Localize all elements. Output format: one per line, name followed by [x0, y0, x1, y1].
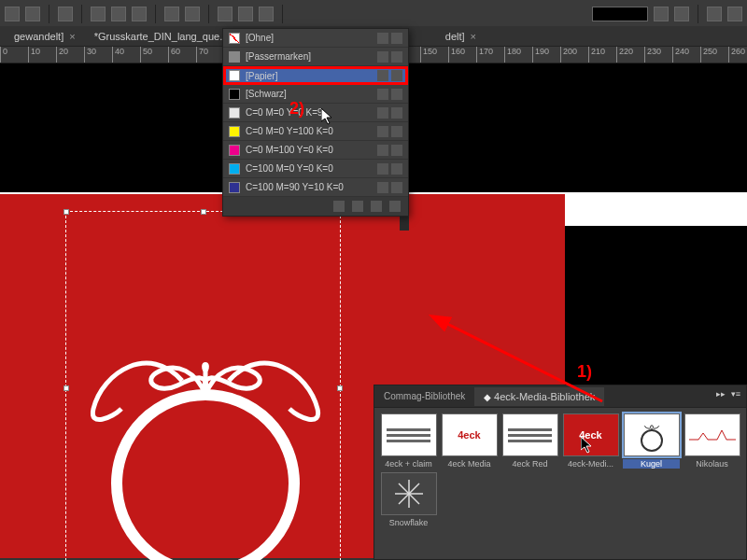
- swatch-chip: [229, 107, 240, 119]
- close-icon[interactable]: ×: [69, 31, 75, 42]
- swatch-name: [Passermarken]: [246, 51, 372, 62]
- swatch-row[interactable]: C=0 M=0 Y=100 K=0: [223, 122, 408, 141]
- annotation-2: 2): [289, 99, 304, 119]
- swatch-chip: [229, 89, 240, 100]
- ruler-tick: 240: [672, 47, 689, 63]
- swatch-type-icon: [377, 89, 388, 100]
- swatch-row[interactable]: C=100 M=90 Y=10 K=0: [223, 178, 408, 197]
- tool-icon[interactable]: [132, 7, 147, 21]
- ruler-tick: 60: [168, 47, 180, 63]
- doc-tab[interactable]: delt]×: [436, 28, 486, 45]
- swatch-chip: [229, 33, 240, 44]
- swatch-delete-icon[interactable]: [389, 201, 401, 212]
- swatch-new-group-icon[interactable]: [333, 201, 345, 212]
- swatch-type-icon: [377, 145, 388, 156]
- tool-icon[interactable]: [164, 7, 179, 21]
- library-item[interactable]: 4eck4eck Media: [439, 412, 500, 470]
- swatch-name: [Papier]: [246, 71, 372, 81]
- resize-handle[interactable]: [63, 209, 69, 215]
- library-item[interactable]: 4eck Red: [500, 412, 560, 470]
- ruler-tick: 220: [616, 47, 633, 63]
- close-icon[interactable]: ×: [471, 31, 476, 42]
- ornament-graphic[interactable]: [75, 250, 336, 560]
- tool-icon[interactable]: [5, 7, 20, 21]
- swatch-chip: [229, 163, 240, 175]
- panel-next-icon[interactable]: ▸▸: [716, 389, 726, 399]
- tool-icon[interactable]: [259, 7, 274, 21]
- tool-icon[interactable]: [674, 7, 689, 21]
- ruler-tick: 40: [112, 47, 124, 63]
- library-label: Snowflake: [380, 518, 437, 527]
- swatch-mode-icon: [391, 182, 402, 193]
- ruler-tick: 0: [0, 47, 7, 63]
- swatch-mode-icon: [391, 163, 402, 175]
- swatch-name: C=100 M=90 Y=10 K=0: [246, 182, 372, 192]
- ruler-tick: 70: [196, 47, 208, 63]
- library-item[interactable]: 4eck + claim: [378, 412, 439, 470]
- swatch-type-icon: [377, 163, 388, 175]
- swatch-mode-icon: [391, 89, 402, 100]
- tool-icon[interactable]: [91, 7, 106, 21]
- swatch-new-icon[interactable]: [371, 201, 382, 212]
- swatch-name: C=0 M=0 Y=100 K=0: [246, 126, 372, 136]
- library-label: 4eck Media: [441, 459, 498, 469]
- swatches-footer: [223, 197, 408, 216]
- library-item[interactable]: Snowflake: [378, 470, 439, 529]
- ruler-tick: 200: [560, 47, 577, 63]
- library-label: 4eck + claim: [380, 459, 437, 469]
- ruler-tick: 230: [644, 47, 661, 63]
- tool-icon[interactable]: [707, 7, 722, 21]
- library-thumb: [684, 413, 740, 456]
- ruler-tick: 50: [140, 47, 152, 63]
- svg-point-2: [641, 430, 662, 451]
- library-label: 4eck Red: [501, 459, 558, 469]
- swatch-mode-icon: [391, 33, 402, 44]
- panel-menu-icon[interactable]: ▾≡: [731, 389, 740, 399]
- ruler-tick: 250: [700, 47, 717, 63]
- ruler-tick: 180: [504, 47, 521, 63]
- ruler-tick: 10: [28, 47, 40, 63]
- swatch-mode-icon: [391, 70, 402, 81]
- swatch-type-icon: [377, 126, 388, 137]
- tool-icon[interactable]: [58, 7, 73, 21]
- tool-icon[interactable]: [238, 7, 253, 21]
- swatch-row[interactable]: C=100 M=0 Y=0 K=0: [223, 160, 408, 178]
- tool-icon[interactable]: [654, 7, 669, 21]
- swatch-row[interactable]: [Papier]: [223, 66, 408, 85]
- mouse-cursor: [321, 108, 336, 127]
- tool-icon[interactable]: [218, 7, 233, 21]
- tool-icon[interactable]: [185, 7, 200, 21]
- swatch-mode-icon: [391, 126, 402, 137]
- library-thumb: [381, 472, 437, 515]
- library-item[interactable]: Kugel: [621, 412, 682, 470]
- swatch-chip: [229, 126, 240, 137]
- tool-icon[interactable]: [25, 7, 40, 21]
- swatch-row[interactable]: [Passermarken]: [223, 48, 408, 66]
- swatch-name: C=0 M=0 Y=0 K=9: [246, 107, 372, 118]
- swatch-row[interactable]: C=0 M=0 Y=0 K=9: [223, 104, 408, 122]
- toolbar-row-1: [0, 0, 747, 28]
- swatch-type-icon: [377, 182, 388, 193]
- resize-handle[interactable]: [63, 385, 69, 391]
- tool-icon[interactable]: [727, 7, 742, 21]
- swatch-type-icon: [377, 33, 388, 44]
- doc-tab[interactable]: gewandelt]×: [5, 28, 85, 45]
- swatch-name: C=0 M=100 Y=0 K=0: [246, 145, 372, 155]
- swatch-row[interactable]: [Ohne]: [223, 29, 408, 48]
- swatch-chip: [229, 70, 240, 81]
- library-grid: 4eck + claim4eck4eck Media4eck Red4eck4e…: [374, 408, 746, 533]
- ruler-tick: 20: [56, 47, 68, 63]
- resize-handle[interactable]: [201, 209, 206, 215]
- swatch-mode-icon: [391, 51, 402, 63]
- swatch-folder-icon[interactable]: [352, 201, 363, 212]
- tool-icon[interactable]: [111, 7, 126, 21]
- resize-handle[interactable]: [337, 385, 343, 391]
- library-item[interactable]: Nikolaus: [682, 412, 742, 470]
- swatches-panel: [Ohne][Passermarken][Papier][Schwarz]C=0…: [222, 28, 409, 217]
- ruler-tick: 30: [84, 47, 96, 63]
- swatch-row[interactable]: C=0 M=100 Y=0 K=0: [223, 141, 408, 160]
- annotation-1: 1): [577, 362, 592, 382]
- gradient-preview[interactable]: [592, 7, 648, 21]
- library-label: Nikolaus: [684, 459, 740, 469]
- swatch-row[interactable]: [Schwarz]: [223, 85, 408, 104]
